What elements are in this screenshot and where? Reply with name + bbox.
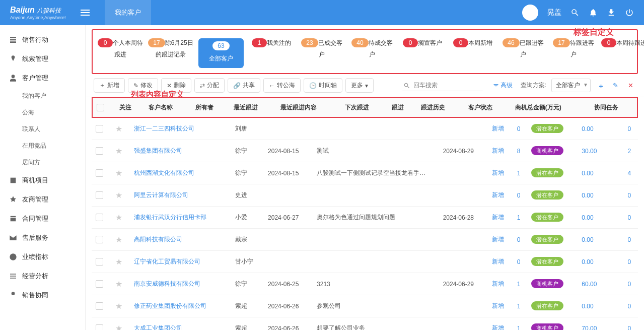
- customer-name[interactable]: 南京安威德科技有限公司: [134, 280, 200, 287]
- column-header[interactable]: 所有者: [191, 98, 230, 117]
- history-link[interactable]: 0: [517, 258, 521, 266]
- star-icon[interactable]: ★: [115, 169, 122, 177]
- customer-name[interactable]: 大成工业集团公司: [134, 324, 182, 330]
- column-header[interactable]: 关注: [115, 98, 145, 117]
- row-checkbox[interactable]: [96, 191, 103, 199]
- share-button[interactable]: 🔗 共享: [228, 78, 260, 93]
- sidebar-subitem[interactable]: 居间方: [0, 154, 85, 171]
- history-link[interactable]: 1: [517, 303, 521, 310]
- amount[interactable]: 0.00: [582, 214, 593, 221]
- column-header[interactable]: 跟进历史: [417, 98, 464, 117]
- task-count[interactable]: 0: [627, 281, 631, 288]
- task-count[interactable]: 0: [627, 258, 631, 266]
- filter-tab[interactable]: 1我关注的: [249, 38, 294, 68]
- plan-delete-icon[interactable]: ✕: [628, 82, 636, 90]
- follow-link[interactable]: 新增: [492, 280, 504, 287]
- filter-tab[interactable]: 0本周待跟进: [601, 38, 644, 68]
- plan-edit-icon[interactable]: ✎: [613, 82, 621, 90]
- table-row[interactable]: ★ 大成工业集团公司 索超 2024-06-26 想要了解公司业务 新增 1 商…: [92, 317, 638, 331]
- amount[interactable]: 30.00: [582, 148, 597, 155]
- search-icon[interactable]: [570, 8, 580, 17]
- filter-tab[interactable]: 17待跟进客户: [551, 38, 596, 68]
- star-icon[interactable]: ★: [115, 302, 122, 310]
- follow-link[interactable]: 新增: [492, 191, 504, 199]
- amount[interactable]: 60.00: [582, 281, 597, 288]
- filter-tab[interactable]: 40待成交客户: [349, 38, 395, 68]
- search-input[interactable]: [402, 80, 483, 91]
- sidebar-item[interactable]: 销售行动: [0, 30, 85, 49]
- sidebar-subitem[interactable]: 我的客户: [0, 88, 85, 104]
- select-all-checkbox[interactable]: [97, 104, 104, 111]
- history-link[interactable]: 0: [517, 236, 521, 243]
- timeline-button[interactable]: 🕒 时间轴: [304, 78, 342, 93]
- history-link[interactable]: 1: [517, 281, 521, 288]
- follow-link[interactable]: 新增: [492, 324, 504, 330]
- star-icon[interactable]: ★: [115, 257, 122, 266]
- filter-tab[interactable]: 0搁置客户: [400, 38, 445, 68]
- table-row[interactable]: ★ 杭州西湖文化有限公司 徐宁 2024-08-15 八骏测试一下侧测试记录空当…: [92, 162, 638, 184]
- column-header[interactable]: 最近跟进内容: [276, 98, 341, 117]
- menu-toggle-icon[interactable]: [81, 8, 90, 17]
- sidebar-subitem[interactable]: 联系人: [0, 121, 85, 138]
- row-checkbox[interactable]: [96, 125, 103, 133]
- table-row[interactable]: ★ 浦发银行武汉分行信用卡部 小爱 2024-06-27 奥尔格为色通过问题规划…: [92, 207, 638, 229]
- customer-name[interactable]: 高阳科技有限公司: [134, 236, 182, 243]
- follow-link[interactable]: 新增: [492, 169, 504, 176]
- history-link[interactable]: 8: [517, 148, 521, 155]
- history-link[interactable]: 0: [517, 125, 521, 133]
- sidebar-item[interactable]: 销售协同: [0, 286, 85, 305]
- sidebar-item[interactable]: 商机项目: [0, 171, 85, 190]
- follow-link[interactable]: 新增: [492, 258, 504, 265]
- amount[interactable]: 0.00: [582, 303, 593, 310]
- row-checkbox[interactable]: [96, 258, 103, 266]
- column-header[interactable]: 跟进: [388, 98, 417, 117]
- sidebar-item[interactable]: 线索管理: [0, 49, 85, 69]
- filter-tab[interactable]: 0本周新增: [450, 38, 495, 68]
- amount[interactable]: 0.00: [582, 170, 593, 177]
- amount[interactable]: 0.00: [582, 236, 593, 243]
- sidebar-item[interactable]: 友商管理: [0, 190, 85, 209]
- sidebar-item[interactable]: 合同管理: [0, 209, 85, 228]
- row-checkbox[interactable]: [96, 169, 103, 177]
- avatar[interactable]: [522, 5, 538, 21]
- filter-tab[interactable]: 0个人本周待跟进: [98, 38, 143, 68]
- task-count[interactable]: 0: [627, 325, 631, 331]
- star-icon[interactable]: ★: [115, 324, 122, 330]
- column-header[interactable]: 商机总金额(万元): [511, 98, 590, 117]
- follow-link[interactable]: 新增: [492, 236, 504, 243]
- history-link[interactable]: 1: [517, 325, 521, 331]
- sidebar-subitem[interactable]: 在用竞品: [0, 138, 85, 154]
- star-icon[interactable]: ★: [115, 213, 122, 222]
- table-row[interactable]: ★ 强盛集团有限公司 徐宁 2024-08-15 测试 2024-08-29 新…: [92, 140, 638, 162]
- power-icon[interactable]: [625, 8, 634, 17]
- sidebar-item[interactable]: 业绩指标: [0, 247, 85, 267]
- star-icon[interactable]: ★: [115, 280, 122, 288]
- download-icon[interactable]: [607, 8, 616, 17]
- bell-icon[interactable]: [589, 8, 598, 17]
- star-icon[interactable]: ★: [115, 191, 122, 200]
- customer-name[interactable]: 浙江一二三四科技公司: [134, 125, 194, 132]
- task-count[interactable]: 2: [627, 148, 631, 155]
- follow-link[interactable]: 新增: [492, 147, 504, 154]
- tosea-button[interactable]: ← 转公海: [263, 78, 301, 93]
- task-count[interactable]: 0: [627, 192, 631, 199]
- sidebar-item[interactable]: 经营分析: [0, 267, 85, 286]
- task-count[interactable]: 0: [627, 125, 631, 133]
- sidebar-item[interactable]: 客户管理: [0, 69, 85, 88]
- row-checkbox[interactable]: [96, 324, 103, 330]
- column-header[interactable]: 下次跟进: [341, 98, 388, 117]
- follow-link[interactable]: 新增: [492, 302, 504, 309]
- table-row[interactable]: ★ 高阳科技有限公司 戴宗 新增 0 潜在客户 0.00 0: [92, 229, 638, 251]
- amount[interactable]: 0.00: [582, 192, 593, 199]
- table-row[interactable]: ★ 辽宁省化工贸易有限公司 甘小宁 新增 0 潜在客户 0.00 0: [92, 251, 638, 273]
- task-count[interactable]: 4: [627, 170, 631, 177]
- add-button[interactable]: ＋ 新增: [94, 78, 125, 93]
- customer-name[interactable]: 辽宁省化工贸易有限公司: [134, 258, 200, 265]
- row-checkbox[interactable]: [96, 236, 103, 243]
- amount[interactable]: 70.00: [582, 325, 597, 331]
- filter-tab[interactable]: 46已跟进客户: [500, 38, 546, 68]
- column-header[interactable]: 客户状态: [464, 98, 511, 117]
- table-row[interactable]: ★ 南京安威德科技有限公司 徐宁 2024-06-25 3213 2024-06…: [92, 273, 638, 295]
- breadcrumb-tab[interactable]: 我的客户: [105, 0, 151, 25]
- customer-name[interactable]: 阿里云计算有限公司: [134, 191, 188, 199]
